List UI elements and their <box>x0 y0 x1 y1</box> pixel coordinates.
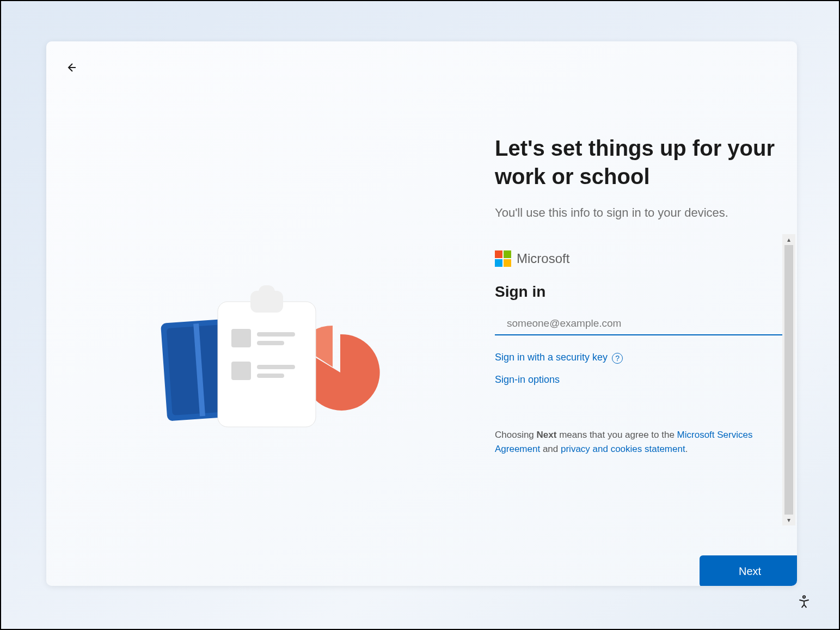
arrow-left-icon <box>65 61 78 76</box>
page-title: Let's set things up for your work or sch… <box>495 134 797 191</box>
svg-rect-7 <box>257 332 295 337</box>
chevron-down-icon[interactable]: ▾ <box>787 517 790 523</box>
form-column: Let's set things up for your work or sch… <box>495 134 797 456</box>
chevron-up-icon[interactable]: ▴ <box>787 236 790 243</box>
signin-frame: Microsoft Sign in Sign in with a securit… <box>495 250 797 456</box>
svg-rect-9 <box>231 362 251 380</box>
svg-rect-10 <box>257 365 295 369</box>
accessibility-button[interactable] <box>794 593 814 613</box>
brand-name: Microsoft <box>517 251 569 266</box>
setup-card: Let's set things up for your work or sch… <box>46 41 797 586</box>
svg-point-12 <box>803 596 805 598</box>
page-subtitle: You'll use this info to sign in to your … <box>495 206 797 220</box>
signin-heading: Sign in <box>495 283 797 301</box>
security-key-link[interactable]: Sign in with a security key <box>495 352 608 363</box>
svg-rect-3 <box>218 302 316 427</box>
agreement-mid: means that you agree to the <box>556 430 677 440</box>
scrollbar-thumb[interactable] <box>784 245 793 515</box>
agreement-strong: Next <box>537 430 557 440</box>
microsoft-logo-icon <box>495 250 511 267</box>
agreement-prefix: Choosing <box>495 430 537 440</box>
svg-rect-5 <box>259 285 275 298</box>
signin-options-link[interactable]: Sign-in options <box>495 374 560 386</box>
svg-rect-1 <box>167 325 232 415</box>
brand-row: Microsoft <box>495 250 797 267</box>
svg-rect-6 <box>231 329 251 347</box>
scrollbar[interactable]: ▴ ▾ <box>782 234 795 525</box>
setup-illustration <box>155 285 389 438</box>
help-icon[interactable]: ? <box>612 353 623 364</box>
next-button[interactable]: Next <box>700 555 797 586</box>
agreement-sep: and <box>540 444 561 454</box>
svg-rect-11 <box>257 374 284 378</box>
privacy-statement-link[interactable]: privacy and cookies statement <box>561 444 685 454</box>
svg-rect-0 <box>161 319 238 421</box>
agreement-text: Choosing Next means that you agree to th… <box>495 428 775 456</box>
agreement-suffix: . <box>685 444 688 454</box>
svg-rect-2 <box>193 323 205 416</box>
accessibility-icon <box>797 595 811 611</box>
email-field[interactable] <box>495 313 793 335</box>
svg-rect-8 <box>257 341 284 345</box>
back-button[interactable] <box>60 58 82 79</box>
svg-rect-4 <box>250 291 283 313</box>
